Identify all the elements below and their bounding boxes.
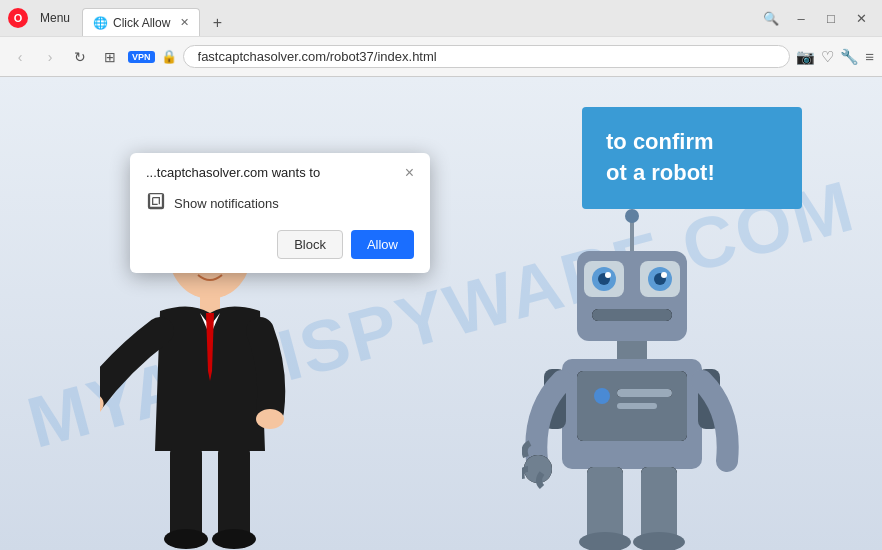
svg-rect-11	[170, 449, 202, 539]
new-tab-button[interactable]: +	[204, 10, 230, 36]
captcha-text-2: ot a robot!	[606, 158, 778, 189]
popup-buttons: Block Allow	[146, 230, 414, 259]
svg-point-24	[605, 272, 611, 278]
popup-content: Show notifications	[146, 191, 414, 216]
menu-icon[interactable]: ≡	[865, 48, 874, 65]
maximize-button[interactable]: □	[818, 5, 844, 31]
svg-rect-36	[617, 403, 657, 409]
notification-text: Show notifications	[174, 196, 279, 211]
apps-button[interactable]: ⊞	[98, 45, 122, 69]
allow-button[interactable]: Allow	[351, 230, 414, 259]
captcha-banner: to confirm ot a robot!	[582, 107, 802, 209]
heart-icon[interactable]: ♡	[821, 48, 834, 66]
svg-point-13	[164, 529, 208, 549]
tab-close-button[interactable]: ✕	[180, 16, 189, 29]
forward-button[interactable]: ›	[38, 45, 62, 69]
minimize-button[interactable]: –	[788, 5, 814, 31]
svg-point-46	[633, 532, 685, 550]
popup-header: ...tcaptchasolver.com wants to ×	[146, 165, 414, 181]
svg-rect-29	[617, 341, 647, 361]
close-button[interactable]: ✕	[848, 5, 874, 31]
svg-rect-44	[641, 467, 677, 542]
svg-point-16	[625, 209, 639, 223]
svg-rect-47	[149, 194, 164, 209]
svg-rect-42	[587, 467, 623, 542]
svg-rect-35	[617, 389, 672, 397]
svg-rect-27	[592, 309, 672, 321]
url-bar[interactable]	[183, 45, 791, 68]
camera-icon[interactable]: 📷	[796, 48, 815, 66]
opera-logo[interactable]: O	[8, 8, 28, 28]
tab-label: Click Allow	[113, 16, 170, 30]
search-button[interactable]: 🔍	[758, 5, 784, 31]
svg-point-45	[579, 532, 631, 550]
captcha-text-1: to confirm	[606, 127, 778, 158]
window-controls: 🔍 – □ ✕	[758, 5, 874, 31]
back-button[interactable]: ‹	[8, 45, 32, 69]
tab-favicon: 🌐	[93, 16, 107, 30]
page-content: MYANTISPYWARE.COM to confirm ot a robot!	[0, 77, 882, 550]
popup-title: ...tcaptchasolver.com wants to	[146, 165, 397, 180]
svg-point-10	[256, 409, 284, 429]
robot-character	[522, 201, 742, 550]
menu-button[interactable]: Menu	[32, 9, 78, 27]
address-bar: ‹ › ↻ ⊞ VPN 🔒 📷 ♡ 🔧 ≡	[0, 36, 882, 76]
refresh-button[interactable]: ↻	[68, 45, 92, 69]
new-tab-icon: +	[213, 14, 222, 32]
svg-point-33	[594, 388, 610, 404]
notification-popup: ...tcaptchasolver.com wants to × Show no…	[130, 153, 430, 273]
title-bar: O Menu 🌐 Click Allow ✕ + 🔍 – □ ✕	[0, 0, 882, 36]
address-icons: 📷 ♡ 🔧 ≡	[796, 48, 874, 66]
vpn-badge: VPN	[128, 51, 155, 63]
opera-icon: O	[14, 12, 23, 24]
bell-icon	[146, 191, 166, 216]
block-button[interactable]: Block	[277, 230, 343, 259]
svg-rect-12	[218, 449, 250, 539]
svg-point-25	[661, 272, 667, 278]
tab-clickallow[interactable]: 🌐 Click Allow ✕	[82, 8, 200, 36]
popup-close-button[interactable]: ×	[405, 165, 414, 181]
browser-chrome: O Menu 🌐 Click Allow ✕ + 🔍 – □ ✕ ‹ › ↻ ⊞…	[0, 0, 882, 77]
tabs-area: 🌐 Click Allow ✕ +	[82, 0, 754, 36]
lock-icon: 🔒	[161, 49, 177, 64]
extensions-icon[interactable]: 🔧	[840, 48, 859, 66]
svg-point-14	[212, 529, 256, 549]
